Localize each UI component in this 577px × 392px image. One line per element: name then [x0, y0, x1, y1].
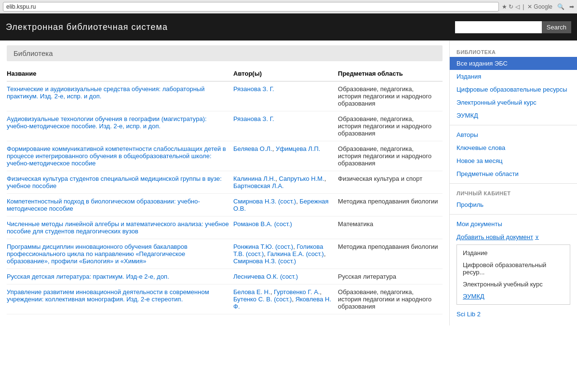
book-title-cell: Формирование коммуникативной компетентно…: [7, 141, 233, 171]
book-authors-cell: Белова Е. Н., Гуртовенко Г. А., Бутенко …: [233, 284, 338, 314]
book-subject-cell: Образование, педагогика, история педагог…: [338, 111, 443, 141]
book-subject-cell: Образование, педагогика, история педагог…: [338, 141, 443, 171]
url-bar[interactable]: elib.kspu.ru: [3, 2, 499, 12]
book-subject-cell: Методика преподавания биологии: [338, 194, 443, 216]
book-title-cell: Аудиовизуальные технологии обучения в ге…: [7, 111, 233, 141]
book-author-link[interactable]: Сапрутько Н.М.: [279, 175, 324, 182]
dropdown-menu-item[interactable]: Издание: [457, 247, 570, 259]
sidebar-personal-item[interactable]: Профиль: [450, 198, 577, 211]
sidebar-catalog-item[interactable]: Авторы: [450, 128, 577, 141]
scilib-link[interactable]: Sci Lib 2: [450, 306, 577, 321]
book-authors-cell: Рязанова З. Г.: [233, 81, 338, 111]
table-row: Русская детская литература: практикум. И…: [7, 269, 443, 284]
book-title-link[interactable]: Русская детская литература: практикум. И…: [7, 273, 169, 280]
book-title-link[interactable]: Численные методы линейной алгебры и мате…: [7, 220, 229, 235]
book-subject-cell: Методика преподавания биологии: [338, 239, 443, 269]
book-subject-cell: Русская литература: [338, 269, 443, 284]
col-title: Название: [7, 67, 233, 81]
sidebar-catalog-item[interactable]: Новое за месяц: [450, 154, 577, 167]
book-author-link[interactable]: Калинина Л.Н.: [233, 175, 275, 182]
sidebar-divider-3: [450, 214, 577, 215]
sidebar-library-item[interactable]: Все издания ЭБС: [450, 57, 577, 70]
book-authors-cell: Романов В.А. (сост.): [233, 216, 338, 239]
book-author-link[interactable]: Рязанова З. Г.: [233, 85, 274, 93]
book-subject-cell: Математика: [338, 216, 443, 239]
book-title-cell: Компетентностный подход в биологическом …: [7, 194, 233, 216]
book-authors-cell: Калинина Л.Н., Сапрутько Н.М., Бартновск…: [233, 171, 338, 194]
personal-section-title: ЛИЧНЫЙ КАБИНЕТ: [450, 187, 577, 198]
book-title-link[interactable]: Технические и аудиовизуальные средства о…: [7, 85, 204, 100]
book-title-cell: Численные методы линейной алгебры и мате…: [7, 216, 233, 239]
sidebar-library-item[interactable]: ЭУМКД: [450, 109, 577, 122]
table-row: Формирование коммуникативной компетентно…: [7, 141, 443, 171]
book-authors-cell: Беляева О.Л., Уфимцева Л.П.: [233, 141, 338, 171]
book-subject-cell: Образование, педагогика, история педагог…: [338, 284, 443, 314]
add-new-doc-toggle[interactable]: Добавить новый документ ∨: [450, 230, 577, 243]
book-title-link[interactable]: Программы дисциплин инновационного обуче…: [7, 243, 188, 265]
book-title-link[interactable]: Управление развитием инновационной деяте…: [7, 288, 209, 303]
book-title-link[interactable]: Компетентностный подход в биологическом …: [7, 198, 200, 212]
book-title-cell: Физическая культура студентов специально…: [7, 171, 233, 194]
sidebar-divider-2: [450, 183, 577, 184]
table-row: Технические и аудиовизуальные средства о…: [7, 81, 443, 111]
book-author-link[interactable]: Гуртовенко Г. А.: [274, 288, 320, 296]
book-subject-cell: Физическая культура и спорт: [338, 171, 443, 194]
library-section-title: БИБЛИОТЕКА: [450, 45, 577, 57]
sidebar: БИБЛИОТЕКА Все издания ЭБСИзданияЦифровы…: [449, 41, 577, 325]
dropdown-menu-item[interactable]: Цифровой образовательный ресур...: [457, 259, 570, 278]
book-author-link[interactable]: Лесничева О.К. (сост.): [233, 273, 298, 280]
browser-icons: ★ ↻ ◁ | ✕ Google 🔍 ➡: [502, 3, 574, 10]
col-authors: Автор(ы): [233, 67, 338, 81]
sidebar-divider-1: [450, 125, 577, 125]
book-authors-cell: Смирнова Н.З. (сост.), Бережная О.В.: [233, 194, 338, 216]
table-row: Численные методы линейной алгебры и мате…: [7, 216, 443, 239]
sidebar-library-item[interactable]: Электронный учебный курс: [450, 96, 577, 109]
book-authors-cell: Лесничева О.К. (сост.): [233, 269, 338, 284]
book-authors-cell: Рязанова З. Г.: [233, 111, 338, 141]
book-author-link[interactable]: Галкина Е.А. (сост.): [267, 250, 323, 257]
book-title-link[interactable]: Аудиовизуальные технологии обучения в ге…: [7, 115, 207, 130]
col-subject: Предметная область: [338, 67, 443, 81]
book-author-link[interactable]: Беляева О.Л.: [233, 145, 272, 152]
search-area: Search: [455, 21, 571, 33]
my-documents-link[interactable]: Мои документы: [450, 217, 577, 230]
site-title: Электронная библиотечная система: [6, 22, 168, 32]
book-author-link[interactable]: Ронжина Т.Ю. (сост.): [233, 243, 293, 250]
content-area: Библиотека Название Автор(ы) Предметная …: [0, 41, 449, 325]
book-title-cell: Управление развитием инновационной деяте…: [7, 284, 233, 314]
book-author-link[interactable]: Уфимцева Л.П.: [276, 145, 320, 152]
book-title-link[interactable]: Физическая культура студентов специально…: [7, 175, 222, 189]
book-title-link[interactable]: Формирование коммуникативной компетентно…: [7, 145, 226, 167]
add-new-doc-arrow: ∨: [535, 234, 539, 240]
book-subject-cell: Образование, педагогика, история педагог…: [338, 81, 443, 111]
book-author-link[interactable]: Смирнова Н.З. (сост.): [233, 198, 296, 205]
books-table: Название Автор(ы) Предметная область Тех…: [7, 67, 443, 314]
book-title-cell: Технические и аудиовизуальные средства о…: [7, 81, 233, 111]
book-title-cell: Русская детская литература: практикум. И…: [7, 269, 233, 284]
book-authors-cell: Ронжина Т.Ю. (сост.), Голикова Т.В. (сос…: [233, 239, 338, 269]
main-container: Библиотека Название Автор(ы) Предметная …: [0, 41, 577, 325]
book-author-link[interactable]: Бартновская Л.А.: [233, 182, 284, 189]
library-label: Библиотека: [7, 45, 443, 61]
sidebar-catalog-item[interactable]: Ключевые слова: [450, 141, 577, 154]
book-author-link[interactable]: Белова Е. Н.: [233, 288, 270, 296]
add-new-doc-dropdown: ИзданиеЦифровой образовательный ресур...…: [456, 244, 570, 305]
table-row: Физическая культура студентов специально…: [7, 171, 443, 194]
top-header: Электронная библиотечная система Search: [0, 14, 577, 41]
add-new-doc-label-text: Добавить новый документ: [456, 233, 533, 241]
search-button[interactable]: Search: [542, 21, 571, 33]
book-title-cell: Программы дисциплин инновационного обуче…: [7, 239, 233, 269]
book-author-link[interactable]: Романов В.А. (сост.): [233, 220, 292, 228]
sidebar-library-item[interactable]: Цифровые образовательные ресурсы: [450, 83, 577, 96]
sidebar-library-item[interactable]: Издания: [450, 70, 577, 83]
book-author-link[interactable]: Рязанова З. Г.: [233, 115, 274, 122]
sidebar-catalog-item[interactable]: Предметные области: [450, 167, 577, 180]
search-input[interactable]: [455, 21, 542, 33]
book-author-link[interactable]: Бутенко С. В. (сост.): [233, 296, 292, 303]
dropdown-menu-item[interactable]: ЭУМКД: [457, 290, 570, 302]
table-row: Программы дисциплин инновационного обуче…: [7, 239, 443, 269]
table-row: Управление развитием инновационной деяте…: [7, 284, 443, 314]
book-author-link[interactable]: Смирнова Н.З. (сост.): [233, 257, 296, 265]
table-row: Компетентностный подход в биологическом …: [7, 194, 443, 216]
dropdown-menu-item[interactable]: Электронный учебный курс: [457, 278, 570, 290]
